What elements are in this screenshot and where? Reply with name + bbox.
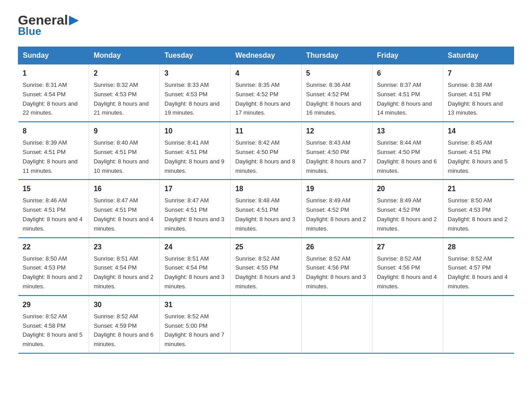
day-info: Sunrise: 8:52 AMSunset: 4:57 PMDaylight:…	[448, 254, 510, 291]
logo-blue: Blue	[18, 25, 41, 37]
day-number: 24	[164, 242, 226, 253]
calendar-cell: 26Sunrise: 8:52 AMSunset: 4:56 PMDayligh…	[301, 238, 372, 295]
day-info: Sunrise: 8:51 AMSunset: 4:54 PMDaylight:…	[94, 254, 155, 291]
day-info: Sunrise: 8:45 AMSunset: 4:51 PMDaylight:…	[448, 138, 510, 176]
calendar-cell: 19Sunrise: 8:49 AMSunset: 4:52 PMDayligh…	[301, 180, 372, 237]
calendar-cell: 15Sunrise: 8:46 AMSunset: 4:51 PMDayligh…	[18, 180, 89, 237]
day-info: Sunrise: 8:31 AMSunset: 4:54 PMDaylight:…	[23, 81, 85, 118]
calendar-cell: 27Sunrise: 8:52 AMSunset: 4:56 PMDayligh…	[372, 238, 443, 295]
day-info: Sunrise: 8:52 AMSunset: 4:56 PMDaylight:…	[377, 254, 438, 291]
day-info: Sunrise: 8:39 AMSunset: 4:51 PMDaylight:…	[23, 138, 85, 176]
day-number: 18	[235, 184, 296, 194]
week-row-2: 8Sunrise: 8:39 AMSunset: 4:51 PMDaylight…	[18, 122, 514, 180]
calendar-cell: 22Sunrise: 8:50 AMSunset: 4:53 PMDayligh…	[18, 238, 89, 295]
day-number: 10	[164, 126, 226, 137]
calendar-cell: 2Sunrise: 8:32 AMSunset: 4:53 PMDaylight…	[89, 64, 160, 122]
day-number: 6	[377, 68, 438, 79]
day-number: 7	[448, 68, 510, 79]
calendar-cell: 3Sunrise: 8:33 AMSunset: 4:53 PMDaylight…	[160, 64, 231, 122]
header-row: SundayMondayTuesdayWednesdayThursdayFrid…	[18, 47, 514, 64]
day-info: Sunrise: 8:37 AMSunset: 4:51 PMDaylight:…	[377, 81, 438, 118]
logo-row2: Blue	[18, 25, 41, 38]
calendar-cell: 7Sunrise: 8:38 AMSunset: 4:51 PMDaylight…	[443, 64, 514, 122]
day-number: 16	[94, 184, 155, 194]
calendar-cell: 25Sunrise: 8:52 AMSunset: 4:55 PMDayligh…	[231, 238, 301, 295]
calendar-cell: 23Sunrise: 8:51 AMSunset: 4:54 PMDayligh…	[89, 238, 160, 295]
day-info: Sunrise: 8:52 AMSunset: 4:58 PMDaylight:…	[23, 312, 85, 349]
day-info: Sunrise: 8:51 AMSunset: 4:54 PMDaylight:…	[164, 254, 226, 291]
day-number: 3	[164, 68, 226, 79]
calendar-cell: 21Sunrise: 8:50 AMSunset: 4:53 PMDayligh…	[443, 180, 514, 237]
calendar-cell: 6Sunrise: 8:37 AMSunset: 4:51 PMDaylight…	[372, 64, 443, 122]
header-saturday: Saturday	[443, 47, 514, 64]
day-number: 14	[448, 126, 510, 137]
day-info: Sunrise: 8:52 AMSunset: 4:59 PMDaylight:…	[94, 312, 155, 349]
logo-arrow-icon	[69, 16, 79, 26]
day-info: Sunrise: 8:47 AMSunset: 4:51 PMDaylight:…	[164, 196, 226, 233]
day-number: 22	[23, 242, 85, 253]
day-info: Sunrise: 8:49 AMSunset: 4:52 PMDaylight:…	[306, 196, 368, 233]
calendar-cell: 10Sunrise: 8:41 AMSunset: 4:51 PMDayligh…	[160, 122, 231, 180]
day-info: Sunrise: 8:36 AMSunset: 4:52 PMDaylight:…	[306, 81, 368, 118]
day-info: Sunrise: 8:38 AMSunset: 4:51 PMDaylight:…	[448, 81, 510, 118]
day-info: Sunrise: 8:35 AMSunset: 4:52 PMDaylight:…	[235, 81, 296, 118]
calendar-cell: 31Sunrise: 8:52 AMSunset: 5:00 PMDayligh…	[160, 295, 231, 353]
day-number: 13	[377, 126, 438, 137]
header-wednesday: Wednesday	[231, 47, 301, 64]
calendar-cell: 18Sunrise: 8:48 AMSunset: 4:51 PMDayligh…	[231, 180, 301, 237]
day-info: Sunrise: 8:52 AMSunset: 5:00 PMDaylight:…	[164, 312, 226, 349]
calendar-cell: 1Sunrise: 8:31 AMSunset: 4:54 PMDaylight…	[18, 64, 89, 122]
day-number: 26	[306, 242, 368, 253]
day-info: Sunrise: 8:48 AMSunset: 4:51 PMDaylight:…	[235, 196, 296, 233]
day-number: 1	[23, 68, 85, 79]
calendar-cell: 8Sunrise: 8:39 AMSunset: 4:51 PMDaylight…	[18, 122, 89, 180]
day-info: Sunrise: 8:33 AMSunset: 4:53 PMDaylight:…	[164, 81, 226, 118]
calendar-cell	[443, 295, 514, 353]
day-info: Sunrise: 8:52 AMSunset: 4:56 PMDaylight:…	[306, 254, 368, 291]
day-info: Sunrise: 8:46 AMSunset: 4:51 PMDaylight:…	[23, 196, 85, 233]
calendar-cell: 17Sunrise: 8:47 AMSunset: 4:51 PMDayligh…	[160, 180, 231, 237]
day-number: 25	[235, 242, 296, 253]
day-info: Sunrise: 8:47 AMSunset: 4:51 PMDaylight:…	[94, 196, 155, 233]
day-number: 28	[448, 242, 510, 253]
day-info: Sunrise: 8:49 AMSunset: 4:52 PMDaylight:…	[377, 196, 438, 233]
day-number: 9	[94, 126, 155, 137]
calendar-cell: 11Sunrise: 8:42 AMSunset: 4:50 PMDayligh…	[231, 122, 301, 180]
day-number: 19	[306, 184, 368, 194]
calendar-cell: 14Sunrise: 8:45 AMSunset: 4:51 PMDayligh…	[443, 122, 514, 180]
day-info: Sunrise: 8:40 AMSunset: 4:51 PMDaylight:…	[94, 138, 155, 176]
calendar-cell: 24Sunrise: 8:51 AMSunset: 4:54 PMDayligh…	[160, 238, 231, 295]
day-number: 15	[23, 184, 85, 194]
week-row-1: 1Sunrise: 8:31 AMSunset: 4:54 PMDaylight…	[18, 64, 514, 122]
calendar-table: SundayMondayTuesdayWednesdayThursdayFrid…	[18, 47, 514, 354]
calendar-cell: 28Sunrise: 8:52 AMSunset: 4:57 PMDayligh…	[443, 238, 514, 295]
day-number: 5	[306, 68, 368, 79]
day-info: Sunrise: 8:43 AMSunset: 4:50 PMDaylight:…	[306, 138, 368, 176]
day-number: 27	[377, 242, 438, 253]
header-sunday: Sunday	[18, 47, 89, 64]
day-info: Sunrise: 8:50 AMSunset: 4:53 PMDaylight:…	[448, 196, 510, 233]
day-number: 29	[23, 300, 85, 310]
calendar-cell: 30Sunrise: 8:52 AMSunset: 4:59 PMDayligh…	[89, 295, 160, 353]
calendar-cell: 12Sunrise: 8:43 AMSunset: 4:50 PMDayligh…	[301, 122, 372, 180]
day-number: 8	[23, 126, 85, 137]
day-number: 2	[94, 68, 155, 79]
day-number: 11	[235, 126, 296, 137]
header-tuesday: Tuesday	[160, 47, 231, 64]
day-info: Sunrise: 8:44 AMSunset: 4:50 PMDaylight:…	[377, 138, 438, 176]
day-number: 21	[448, 184, 510, 194]
header-thursday: Thursday	[301, 47, 372, 64]
calendar-cell: 29Sunrise: 8:52 AMSunset: 4:58 PMDayligh…	[18, 295, 89, 353]
calendar-cell	[372, 295, 443, 353]
week-row-3: 15Sunrise: 8:46 AMSunset: 4:51 PMDayligh…	[18, 180, 514, 237]
header-friday: Friday	[372, 47, 443, 64]
day-info: Sunrise: 8:32 AMSunset: 4:53 PMDaylight:…	[94, 81, 155, 118]
day-info: Sunrise: 8:52 AMSunset: 4:55 PMDaylight:…	[235, 254, 296, 291]
day-info: Sunrise: 8:42 AMSunset: 4:50 PMDaylight:…	[235, 138, 296, 176]
day-number: 12	[306, 126, 368, 137]
day-info: Sunrise: 8:41 AMSunset: 4:51 PMDaylight:…	[164, 138, 226, 176]
day-number: 20	[377, 184, 438, 194]
page-header: General Blue	[18, 13, 514, 38]
svg-marker-0	[69, 16, 79, 26]
calendar-cell: 9Sunrise: 8:40 AMSunset: 4:51 PMDaylight…	[89, 122, 160, 180]
